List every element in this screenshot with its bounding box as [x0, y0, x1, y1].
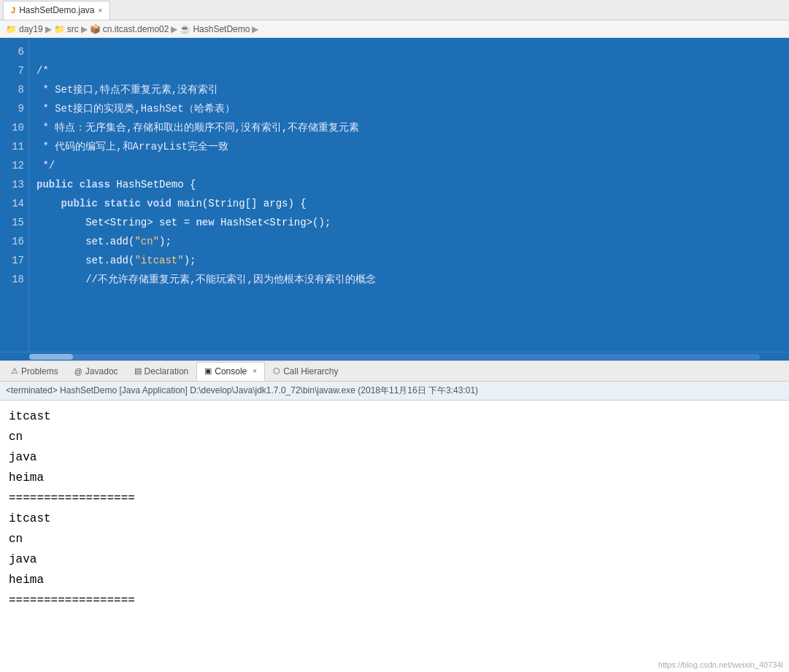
problems-icon: ⚠ — [11, 366, 18, 376]
line-numbers: 6 7 8 9 10 11 12 13 14 15 16 17 18 — [0, 38, 29, 352]
code-line-6 — [36, 42, 782, 61]
console-close-icon[interactable]: × — [253, 367, 257, 375]
code-line-14: public static void main(String[] args) { — [36, 194, 782, 213]
output-line-10: ================== — [9, 590, 780, 611]
tab-filename: HashSetDemo.java — [19, 5, 94, 15]
output-line-1: itcast — [9, 406, 780, 427]
code-editor[interactable]: 6 7 8 9 10 11 12 13 14 15 16 17 18 /* * … — [0, 38, 789, 352]
tab-console-label: Console — [215, 366, 247, 376]
breadcrumb-icon3: 📦 — [90, 24, 101, 34]
output-line-4: heima — [9, 468, 780, 488]
code-line-7: /* — [36, 61, 782, 80]
code-line-11: * 代码的编写上,和ArrayList完全一致 — [36, 137, 782, 156]
output-line-7: cn — [9, 529, 780, 549]
bottom-panel: ⚠ Problems @ Javadoc ▤ Declaration ▣ Con… — [0, 360, 789, 672]
code-line-8: * Set接口,特点不重复元素,没有索引 — [36, 80, 782, 99]
output-line-9: heima — [9, 570, 780, 590]
breadcrumb-package[interactable]: cn.itcast.demo02 — [103, 24, 169, 34]
breadcrumb: 📁 day19 ▶ 📁 src ▶ 📦 cn.itcast.demo02 ▶ ☕… — [0, 20, 789, 38]
declaration-icon: ▤ — [134, 366, 142, 376]
output-line-5: ================== — [9, 488, 780, 509]
code-line-18: //不允许存储重复元素,不能玩索引,因为他根本没有索引的概念 — [36, 270, 782, 289]
breadcrumb-icon: 📁 — [6, 24, 17, 34]
breadcrumb-class[interactable]: HashSetDemo — [193, 24, 250, 34]
code-line-10: * 特点：无序集合,存储和取出的顺序不同,没有索引,不存储重复元素 — [36, 118, 782, 137]
code-line-16: set.add("cn"); — [36, 232, 782, 251]
scrollbar-track — [29, 354, 760, 360]
scrollbar-thumb[interactable] — [29, 354, 73, 360]
tab-problems[interactable]: ⚠ Problems — [3, 362, 66, 381]
output-line-3: java — [9, 447, 780, 468]
tab-console[interactable]: ▣ Console × — [196, 362, 265, 381]
bottom-panel-wrapper: ⚠ Problems @ Javadoc ▤ Declaration ▣ Con… — [0, 360, 789, 672]
java-file-icon: J — [11, 6, 15, 15]
output-line-2: cn — [9, 427, 780, 447]
tab-call-hierarchy[interactable]: ⬡ Call Hierarchy — [265, 362, 346, 381]
breadcrumb-icon2: 📁 — [54, 24, 65, 34]
tab-problems-label: Problems — [21, 366, 58, 376]
tab-javadoc[interactable]: @ Javadoc — [66, 362, 126, 381]
code-line-13: public class HashSetDemo { — [36, 175, 782, 194]
output-line-8: java — [9, 549, 780, 570]
call-hierarchy-icon: ⬡ — [273, 366, 280, 376]
editor-tab[interactable]: J HashSetDemo.java × — [3, 1, 110, 20]
code-content[interactable]: /* * Set接口,特点不重复元素,没有索引 * Set接口的实现类,Hash… — [29, 38, 789, 352]
breadcrumb-src[interactable]: src — [67, 24, 79, 34]
close-tab-icon[interactable]: × — [99, 7, 103, 15]
tab-declaration-label: Declaration — [145, 366, 189, 376]
code-horizontal-scrollbar[interactable] — [0, 352, 789, 360]
console-area: <terminated> HashSetDemo [Java Applicati… — [0, 382, 789, 672]
console-icon: ▣ — [204, 366, 212, 376]
tab-javadoc-label: Javadoc — [85, 366, 118, 376]
code-line-9: * Set接口的实现类,HashSet（哈希表） — [36, 99, 782, 118]
code-line-12: */ — [36, 156, 782, 175]
bottom-tab-bar: ⚠ Problems @ Javadoc ▤ Declaration ▣ Con… — [0, 361, 789, 382]
code-line-17: set.add("itcast"); — [36, 251, 782, 270]
javadoc-icon: @ — [74, 367, 82, 376]
editor-tab-bar: J HashSetDemo.java × — [0, 0, 789, 20]
breadcrumb-day19[interactable]: day19 — [19, 24, 43, 34]
output-line-6: itcast — [9, 509, 780, 529]
console-output[interactable]: itcast cn java heima ================== … — [0, 401, 789, 672]
console-header: <terminated> HashSetDemo [Java Applicati… — [0, 382, 789, 401]
tab-declaration[interactable]: ▤ Declaration — [126, 362, 197, 381]
tab-call-hierarchy-label: Call Hierarchy — [283, 366, 338, 376]
code-line-15: Set<String> set = new HashSet<String>(); — [36, 213, 782, 232]
breadcrumb-icon4: ☕ — [180, 24, 190, 34]
watermark: https://blog.csdn.net/weixin_40734l — [658, 660, 783, 669]
